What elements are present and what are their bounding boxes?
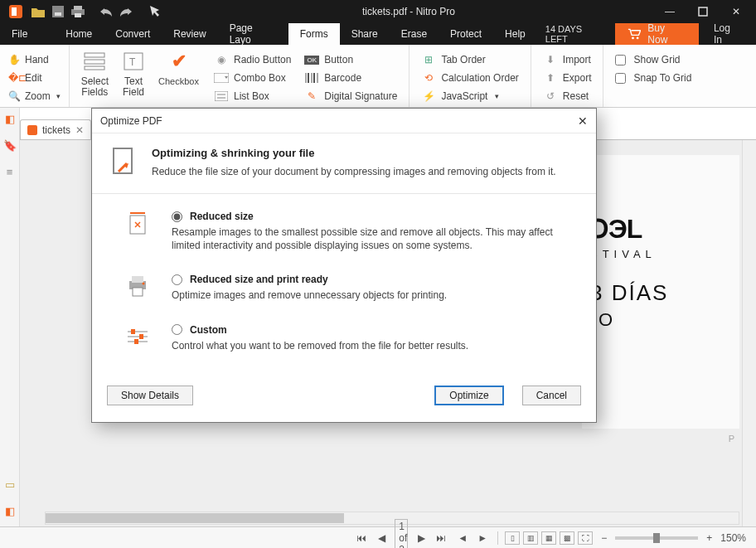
- opt-print-label[interactable]: Reduced size and print ready: [190, 274, 328, 285]
- svg-rect-27: [132, 276, 143, 283]
- dialog-subheading: Reduce the file size of your document by…: [152, 166, 556, 177]
- zoom-slider[interactable]: [615, 536, 698, 540]
- nav-back-icon[interactable]: ◄: [456, 532, 469, 544]
- opt-custom-icon: [125, 324, 150, 349]
- page-indicator[interactable]: 1 of 2: [395, 519, 408, 549]
- last-page-icon[interactable]: ⏭: [434, 532, 448, 544]
- opt-custom-label[interactable]: Custom: [190, 324, 227, 336]
- view-contfacing-icon[interactable]: ▩: [560, 531, 574, 545]
- opt-reduced-label[interactable]: Reduced size: [190, 211, 254, 222]
- dialog-close-icon[interactable]: ✕: [578, 114, 588, 128]
- first-page-icon[interactable]: ⏮: [355, 532, 368, 544]
- zoom-out-icon[interactable]: −: [601, 532, 607, 544]
- cancel-button[interactable]: Cancel: [522, 386, 581, 405]
- dialog-title: Optimize PDF: [100, 115, 162, 127]
- opt-print-icon: [125, 274, 150, 298]
- view-full-icon[interactable]: ⛶: [578, 531, 593, 545]
- nav-fwd-icon[interactable]: ►: [476, 532, 489, 544]
- svg-rect-24: [114, 148, 132, 173]
- svg-rect-35: [134, 339, 138, 344]
- dialog-overlay: Optimize PDF ✕ Optimizing & shrinking yo…: [0, 0, 756, 548]
- next-page-icon[interactable]: ▶: [414, 532, 428, 544]
- zoom-level[interactable]: 150%: [720, 532, 746, 544]
- optimize-icon: [107, 147, 138, 178]
- optimize-button[interactable]: Optimize: [434, 386, 503, 405]
- view-modes: ▯ ▥ ▦ ▩ ⛶: [497, 531, 593, 545]
- opt-reduced-icon: [125, 211, 150, 235]
- dialog-heading: Optimizing & shrinking your file: [152, 147, 556, 159]
- prev-page-icon[interactable]: ◀: [375, 532, 388, 544]
- opt-print-desc: Optimize images and remove unnecessary o…: [172, 289, 573, 302]
- svg-rect-28: [133, 288, 143, 296]
- show-details-button[interactable]: Show Details: [107, 386, 193, 405]
- svg-rect-34: [139, 334, 143, 339]
- dialog-titlebar[interactable]: Optimize PDF ✕: [92, 109, 596, 133]
- optimize-dialog: Optimize PDF ✕ Optimizing & shrinking yo…: [91, 108, 597, 423]
- opt-reduced-radio[interactable]: [172, 211, 182, 222]
- svg-point-29: [143, 283, 145, 285]
- svg-rect-33: [131, 329, 135, 334]
- opt-custom-radio[interactable]: [172, 324, 182, 335]
- opt-reduced-desc: Resample images to the smallest possible…: [172, 226, 573, 252]
- page-nav: ⏮ ◀ 1 of 2 ▶ ⏭: [355, 519, 448, 549]
- opt-print-radio[interactable]: [172, 274, 182, 285]
- status-bar: ⏮ ◀ 1 of 2 ▶ ⏭ ◄ ► ▯ ▥ ▦ ▩ ⛶ − + 150%: [0, 526, 756, 548]
- view-facing-icon[interactable]: ▦: [541, 531, 556, 545]
- opt-custom-desc: Control what you want to be removed from…: [172, 339, 573, 352]
- view-cont-icon[interactable]: ▥: [523, 531, 538, 545]
- zoom-in-icon[interactable]: +: [706, 532, 712, 544]
- view-single-icon[interactable]: ▯: [505, 531, 520, 545]
